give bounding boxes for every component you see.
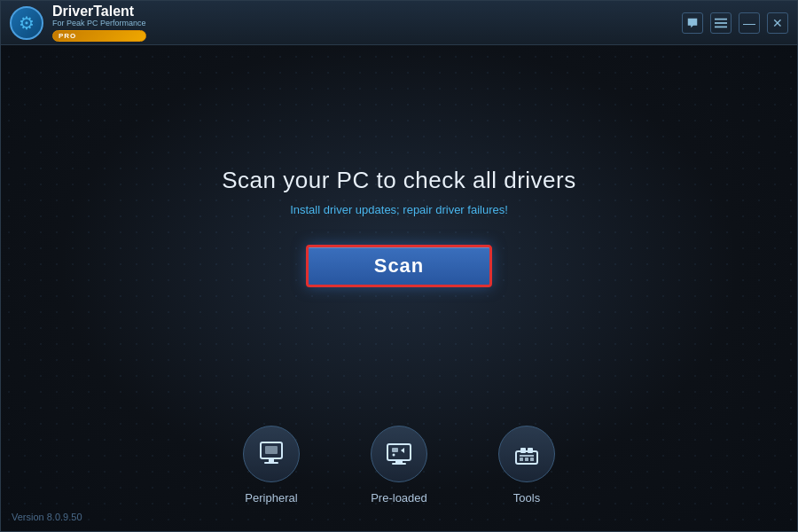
main-content: Scan your PC to check all drivers Instal…	[1, 45, 797, 408]
tools-label: Tools	[513, 491, 540, 505]
peripheral-icon	[256, 439, 286, 469]
pro-badge: PRO	[52, 30, 146, 42]
scan-button[interactable]: Scan	[306, 245, 492, 287]
svg-rect-4	[265, 446, 278, 454]
app-tagline: For Peak PC Performance	[52, 19, 146, 28]
svg-rect-5	[269, 458, 274, 462]
svg-rect-17	[525, 458, 528, 461]
svg-rect-1	[715, 22, 727, 24]
svg-point-11	[393, 454, 395, 457]
logo-text: DriverTalent For Peak PC Performance PRO	[52, 4, 146, 42]
svg-rect-8	[395, 460, 403, 463]
preloaded-icon-wrap	[371, 426, 427, 482]
logo-area: DriverTalent For Peak PC Performance PRO	[10, 4, 146, 42]
menu-button[interactable]	[710, 12, 732, 34]
svg-rect-18	[530, 458, 534, 461]
svg-rect-13	[520, 448, 526, 453]
chat-button[interactable]	[682, 12, 703, 34]
svg-rect-2	[715, 26, 727, 27]
bottom-toolbar: Peripheral Pre-loaded	[1, 408, 797, 531]
preloaded-icon	[384, 439, 414, 469]
close-button[interactable]: ✕	[767, 12, 788, 34]
tools-icon-wrap	[498, 426, 555, 482]
app-title: DriverTalent	[52, 4, 146, 20]
minimize-button[interactable]: —	[739, 12, 760, 34]
tools-item[interactable]: Tools	[498, 426, 555, 505]
peripheral-item[interactable]: Peripheral	[243, 426, 300, 505]
minimize-icon: —	[743, 17, 755, 29]
app-logo-icon	[10, 6, 43, 40]
app-window: DriverTalent For Peak PC Performance PRO…	[0, 0, 798, 532]
svg-rect-0	[715, 18, 727, 20]
peripheral-label: Peripheral	[245, 491, 297, 505]
svg-rect-7	[387, 444, 411, 460]
main-headline: Scan your PC to check all drivers	[222, 167, 575, 194]
svg-rect-16	[520, 458, 523, 461]
preloaded-item[interactable]: Pre-loaded	[371, 426, 427, 505]
main-subheadline: Install driver updates; repair driver fa…	[290, 203, 508, 216]
svg-rect-10	[392, 448, 398, 452]
title-bar: DriverTalent For Peak PC Performance PRO…	[1, 1, 797, 45]
version-text: Version 8.0.9.50	[12, 512, 82, 522]
preloaded-label: Pre-loaded	[371, 491, 427, 505]
title-bar-controls: — ✕	[682, 12, 788, 34]
peripheral-icon-wrap	[243, 426, 300, 482]
svg-rect-9	[392, 463, 406, 465]
close-icon: ✕	[772, 17, 783, 29]
svg-rect-14	[528, 448, 533, 453]
tools-icon	[512, 439, 542, 469]
svg-rect-6	[264, 462, 278, 464]
